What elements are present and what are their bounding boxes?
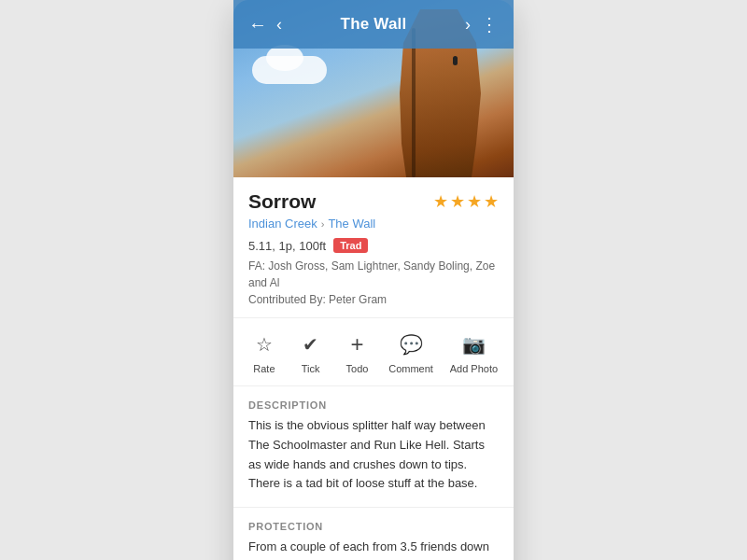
- next-button[interactable]: ›: [465, 15, 471, 35]
- top-bar-left: ← ‹: [248, 14, 282, 35]
- route-header: Sorrow ★ ★ ★ ★ Indian Creek › The Wall 5…: [233, 177, 514, 318]
- route-fa: FA: Josh Gross, Sam Lightner, Sandy Boli…: [248, 258, 499, 308]
- rate-action[interactable]: ☆ Rate: [249, 329, 279, 374]
- route-title-row: Sorrow ★ ★ ★ ★: [248, 190, 499, 213]
- tick-action[interactable]: ✔ Tick: [296, 329, 326, 374]
- phone-frame: ← ‹ The Wall › ⋮ Sorrow ★ ★ ★ ★: [233, 0, 514, 560]
- contributed-line: Contributed By: Peter Gram: [248, 291, 499, 308]
- todo-icon: +: [342, 329, 372, 359]
- tick-icon: ✔: [296, 329, 326, 359]
- rate-label: Rate: [253, 363, 275, 374]
- tick-label: Tick: [302, 363, 320, 374]
- cloud-shape: [252, 56, 327, 84]
- star-1: ★: [433, 191, 448, 212]
- protection-section: PROTECTION From a couple of each from 3.…: [233, 508, 514, 560]
- top-bar-right: › ⋮: [465, 13, 499, 35]
- star-rating: ★ ★ ★ ★: [433, 191, 499, 212]
- protection-title: PROTECTION: [248, 521, 499, 532]
- route-name: Sorrow: [248, 190, 316, 213]
- add-photo-action[interactable]: 📷 Add Photo: [450, 329, 498, 374]
- back-button[interactable]: ←: [248, 14, 267, 35]
- star-2: ★: [450, 191, 465, 212]
- page-title: The Wall: [341, 15, 407, 34]
- route-meta: 5.11, 1p, 100ft Trad: [248, 238, 499, 253]
- star-3: ★: [467, 191, 482, 212]
- breadcrumb-part1[interactable]: Indian Creek: [248, 217, 317, 231]
- top-bar: ← ‹ The Wall › ⋮: [233, 0, 514, 49]
- content-area: Sorrow ★ ★ ★ ★ Indian Creek › The Wall 5…: [233, 177, 514, 560]
- comment-icon: 💬: [396, 329, 426, 359]
- todo-label: Todo: [346, 363, 369, 374]
- prev-button[interactable]: ‹: [276, 15, 282, 35]
- comment-label: Comment: [388, 363, 433, 374]
- star-4: ★: [484, 191, 499, 212]
- description-body: This is the obvious splitter half way be…: [248, 416, 499, 494]
- route-type-badge: Trad: [333, 238, 368, 253]
- add-photo-label: Add Photo: [450, 363, 498, 374]
- description-title: DESCRIPTION: [248, 399, 499, 411]
- protection-body: From a couple of each from 3.5 friends d…: [248, 538, 499, 560]
- climber-figure: [453, 56, 458, 65]
- comment-action[interactable]: 💬 Comment: [388, 329, 433, 374]
- breadcrumb-separator: ›: [321, 218, 325, 230]
- route-grade-pitch-height: 5.11, 1p, 100ft: [248, 239, 326, 253]
- add-photo-icon: 📷: [458, 329, 488, 359]
- breadcrumb-part2[interactable]: The Wall: [328, 217, 375, 231]
- rate-icon: ☆: [249, 329, 279, 359]
- breadcrumb: Indian Creek › The Wall: [248, 217, 499, 231]
- more-button[interactable]: ⋮: [480, 13, 499, 35]
- description-section: DESCRIPTION This is the obvious splitter…: [233, 386, 514, 508]
- action-bar: ☆ Rate ✔ Tick + Todo 💬 Comment 📷 Add Pho…: [233, 318, 514, 386]
- todo-action[interactable]: + Todo: [342, 329, 372, 374]
- rock-crack: [412, 28, 416, 177]
- fa-line: FA: Josh Gross, Sam Lightner, Sandy Boli…: [248, 258, 499, 291]
